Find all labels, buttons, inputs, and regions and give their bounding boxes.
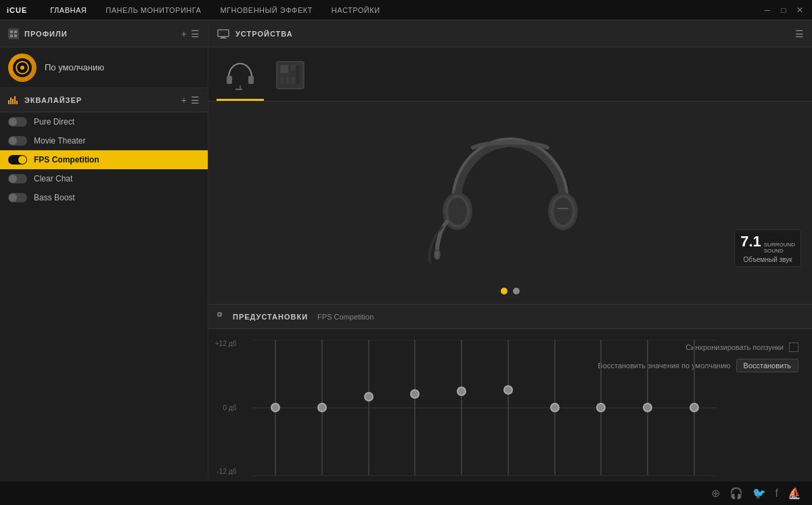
- profile-name: По умолчанию: [45, 62, 104, 72]
- eq-slider-16k[interactable]: [671, 340, 717, 475]
- sync-checkbox[interactable]: [789, 343, 798, 352]
- presets-title: ПРЕДУСТАНОВКИ: [233, 313, 308, 321]
- eq-slider-4k[interactable]: [578, 340, 625, 475]
- eq-handle-125[interactable]: [364, 392, 374, 401]
- close-button[interactable]: ✕: [794, 5, 805, 16]
- add-eq-button[interactable]: +: [181, 95, 187, 106]
- svg-rect-14: [280, 77, 284, 84]
- svg-rect-17: [296, 65, 299, 84]
- eq-handle-32[interactable]: [271, 403, 280, 412]
- svg-rect-5: [221, 37, 225, 38]
- device-view: 7.1 SURROUND SOUND Объемный звук: [208, 102, 812, 304]
- svg-rect-1: [14, 30, 17, 33]
- preset-label-fps-competition: FPS Competition: [34, 155, 99, 164]
- minimize-button[interactable]: ─: [762, 5, 773, 16]
- eq-slider-1k[interactable]: [485, 340, 532, 475]
- profiles-menu-button[interactable]: ☰: [191, 28, 200, 39]
- maximize-button[interactable]: □: [778, 5, 789, 16]
- profile-icon-ring: [16, 61, 29, 74]
- eq-sliders: [252, 340, 717, 475]
- headset-icon[interactable]: 🎧: [729, 487, 743, 500]
- eq-handle-4k[interactable]: [596, 403, 606, 412]
- eq-handle-250[interactable]: [410, 389, 420, 399]
- eq-slider-64[interactable]: [299, 340, 346, 475]
- devices-header: УСТРОЙСТВА ☰: [208, 20, 812, 47]
- preset-label-pure-direct: Pure Direct: [34, 117, 74, 127]
- svg-rect-12: [280, 65, 288, 73]
- svg-rect-2: [10, 35, 13, 37]
- svg-point-25: [435, 250, 439, 259]
- corsair-icon[interactable]: ⛵: [788, 487, 801, 500]
- surround-line2: SOUND: [764, 248, 795, 255]
- preset-item-pure-direct[interactable]: Pure Direct: [0, 112, 208, 131]
- app-logo: iCUE: [7, 6, 27, 14]
- carousel-dot-1[interactable]: [501, 288, 508, 294]
- profile-avatar-inner: [13, 58, 32, 77]
- add-profile-button[interactable]: +: [181, 28, 187, 39]
- toggle-knob: [9, 118, 17, 126]
- profiles-title: ПРОФИЛИ: [24, 30, 176, 38]
- nav-home[interactable]: ГЛАВНАЯ: [41, 0, 96, 20]
- profile-item-default[interactable]: По умолчанию: [0, 47, 208, 88]
- eq-handle-64[interactable]: [317, 403, 327, 412]
- preset-label-movie-theater: Movie Theater: [34, 136, 85, 146]
- device-thumb-headset[interactable]: [217, 53, 264, 101]
- eq-slider-8k[interactable]: [625, 340, 671, 475]
- preset-toggle-movie-theater[interactable]: [8, 136, 27, 146]
- surround-number: 7.1: [740, 233, 761, 250]
- nav-settings[interactable]: НАСТРОЙКИ: [322, 0, 390, 20]
- preset-item-fps-competition[interactable]: FPS Competition: [0, 150, 208, 169]
- headset-svg: [422, 129, 598, 278]
- eq-icon: [8, 96, 19, 104]
- presets-section: ПРЕДУСТАНОВКИ FPS Competition +12 дб 0 д…: [208, 304, 812, 505]
- eq-actions: + ☰: [181, 95, 200, 106]
- sidebar: ПРОФИЛИ + ☰ По умолчанию: [0, 20, 208, 505]
- toggle-knob-active: [18, 156, 26, 164]
- surround-badge[interactable]: 7.1 SURROUND SOUND Объемный звук: [734, 229, 801, 267]
- discord-icon[interactable]: ⊕: [711, 487, 720, 500]
- eq-slider-250[interactable]: [392, 340, 438, 475]
- svg-rect-0: [10, 30, 13, 33]
- eq-slider-500[interactable]: [438, 340, 485, 475]
- svg-rect-3: [14, 35, 17, 37]
- presets-icon: [217, 311, 227, 322]
- title-bar: iCUE ГЛАВНАЯ ПАНЕЛЬ МОНИТОРИНГА МГНОВЕНН…: [0, 0, 812, 20]
- eq-slider-2k[interactable]: [531, 340, 578, 475]
- profiles-actions: + ☰: [181, 28, 200, 39]
- eq-slider-32[interactable]: [252, 340, 299, 475]
- eq-title: ЭКВАЛАЙЗЕР: [24, 96, 176, 104]
- eq-handle-2k[interactable]: [550, 403, 560, 412]
- devices-title: УСТРОЙСТВА: [235, 30, 790, 38]
- twitter-icon[interactable]: 🐦: [752, 487, 766, 500]
- svg-rect-16: [291, 77, 295, 84]
- svg-rect-7: [227, 76, 232, 84]
- nav-instant[interactable]: МГНОВЕННЫЙ ЭФФЕКТ: [210, 0, 321, 20]
- svg-point-20: [448, 198, 467, 225]
- preset-item-movie-theater[interactable]: Movie Theater: [0, 131, 208, 150]
- preset-item-bass-boost[interactable]: Bass Boost: [0, 188, 208, 207]
- eq-handle-16k[interactable]: [690, 403, 699, 412]
- eq-presets-list: Pure Direct Movie Theater FPS Competitio…: [0, 112, 208, 207]
- preset-toggle-pure-direct[interactable]: [8, 117, 27, 127]
- status-bar: ⊕ 🎧 🐦 f ⛵: [0, 481, 812, 505]
- svg-rect-15: [286, 77, 290, 84]
- profile-avatar: [8, 53, 37, 82]
- svg-rect-4: [218, 30, 229, 37]
- facebook-icon[interactable]: f: [775, 487, 778, 500]
- nav-monitor[interactable]: ПАНЕЛЬ МОНИТОРИНГА: [96, 0, 210, 20]
- restore-button[interactable]: Восстановить: [736, 359, 798, 372]
- presets-subtitle: FPS Competition: [317, 313, 374, 321]
- eq-menu-button[interactable]: ☰: [191, 95, 200, 106]
- device-thumb-motherboard[interactable]: [267, 53, 314, 101]
- eq-slider-125[interactable]: [345, 340, 392, 475]
- carousel-dot-2[interactable]: [513, 288, 520, 294]
- preset-toggle-bass-boost[interactable]: [8, 193, 27, 202]
- preset-label-clear-chat: Clear Chat: [34, 174, 72, 183]
- devices-menu-button[interactable]: ☰: [795, 28, 804, 39]
- preset-toggle-clear-chat[interactable]: [8, 174, 27, 183]
- eq-handle-1k[interactable]: [503, 385, 513, 395]
- eq-handle-500[interactable]: [457, 387, 466, 396]
- preset-item-clear-chat[interactable]: Clear Chat: [0, 169, 208, 188]
- preset-toggle-fps-competition[interactable]: [8, 155, 27, 164]
- eq-handle-8k[interactable]: [643, 403, 652, 412]
